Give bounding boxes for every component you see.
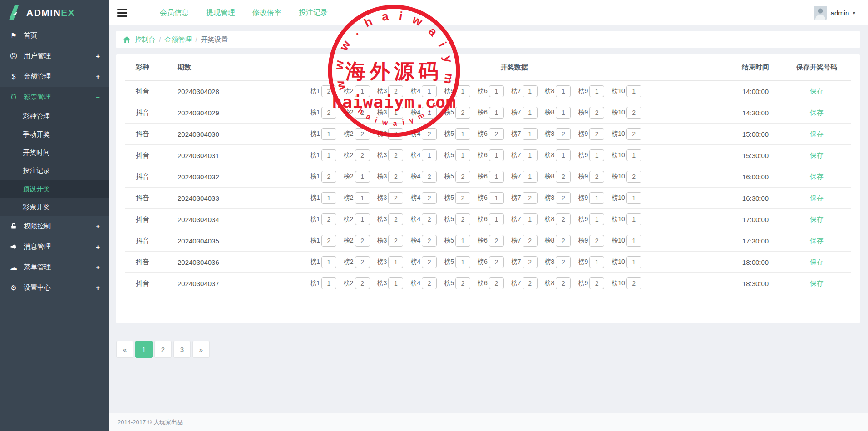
topbar-link[interactable]: 会员信息 [160,8,189,18]
rank-input-2[interactable] [355,256,370,268]
topbar-link[interactable]: 修改倍率 [252,8,281,18]
rank-input-2[interactable] [355,107,370,119]
pagination-next[interactable]: » [192,341,210,358]
rank-input-8[interactable] [556,235,571,247]
rank-input-7[interactable] [523,107,538,119]
rank-input-2[interactable] [355,235,370,247]
rank-input-3[interactable] [388,107,403,119]
rank-input-1[interactable] [321,128,336,140]
rank-input-7[interactable] [523,128,538,140]
rank-input-10[interactable] [626,85,641,97]
rank-input-1[interactable] [321,171,336,183]
sidebar-item-amount[interactable]: $金额管理+ [0,66,109,87]
pagination-page-1[interactable]: 1 [135,341,153,358]
rank-input-4[interactable] [422,107,437,119]
pagination-page-2[interactable]: 2 [154,341,172,358]
rank-input-6[interactable] [489,192,504,204]
save-link[interactable]: 保存 [810,87,824,95]
rank-input-8[interactable] [556,213,571,225]
rank-input-4[interactable] [422,128,437,140]
rank-input-10[interactable] [626,277,641,289]
rank-input-2[interactable] [355,149,370,161]
rank-input-1[interactable] [321,192,336,204]
save-link[interactable]: 保存 [810,258,824,266]
topbar-link[interactable]: 投注记录 [299,8,328,18]
sidebar-item-lottery[interactable]: Ʊ彩票管理− [0,87,109,107]
rank-input-4[interactable] [422,256,437,268]
rank-input-8[interactable] [556,256,571,268]
sidebar-item-messages[interactable]: 消息管理+ [0,237,109,257]
rank-input-3[interactable] [388,213,403,225]
rank-input-5[interactable] [455,277,470,289]
rank-input-4[interactable] [422,277,437,289]
rank-input-1[interactable] [321,235,336,247]
rank-input-10[interactable] [626,171,641,183]
sidebar-subitem[interactable]: 预设开奖 [0,180,109,198]
rank-input-2[interactable] [355,192,370,204]
rank-input-9[interactable] [589,149,604,161]
rank-input-3[interactable] [388,149,403,161]
rank-input-3[interactable] [388,192,403,204]
rank-input-2[interactable] [355,213,370,225]
rank-input-6[interactable] [489,149,504,161]
pagination-page-3[interactable]: 3 [173,341,191,358]
rank-input-10[interactable] [626,107,641,119]
rank-input-5[interactable] [455,235,470,247]
sidebar-subitem[interactable]: 彩种管理 [0,107,109,125]
sidebar-subitem[interactable]: 手动开奖 [0,125,109,144]
rank-input-4[interactable] [422,85,437,97]
rank-input-8[interactable] [556,277,571,289]
rank-input-4[interactable] [422,213,437,225]
rank-input-7[interactable] [523,277,538,289]
sidebar-item-permissions[interactable]: 权限控制+ [0,216,109,237]
rank-input-7[interactable] [523,213,538,225]
rank-input-8[interactable] [556,171,571,183]
rank-input-9[interactable] [589,171,604,183]
breadcrumb-link[interactable]: 控制台 [135,35,155,44]
rank-input-9[interactable] [589,277,604,289]
save-link[interactable]: 保存 [810,130,824,138]
rank-input-3[interactable] [388,256,403,268]
rank-input-5[interactable] [455,192,470,204]
rank-input-6[interactable] [489,128,504,140]
rank-input-9[interactable] [589,235,604,247]
rank-input-5[interactable] [455,85,470,97]
rank-input-5[interactable] [455,107,470,119]
rank-input-10[interactable] [626,235,641,247]
rank-input-10[interactable] [626,128,641,140]
rank-input-4[interactable] [422,149,437,161]
save-link[interactable]: 保存 [810,109,824,116]
topbar-link[interactable]: 提现管理 [206,8,235,18]
rank-input-2[interactable] [355,277,370,289]
pagination-prev[interactable]: « [116,341,133,358]
rank-input-6[interactable] [489,171,504,183]
rank-input-8[interactable] [556,128,571,140]
rank-input-4[interactable] [422,235,437,247]
rank-input-5[interactable] [455,171,470,183]
rank-input-8[interactable] [556,149,571,161]
sidebar-subitem[interactable]: 彩票开奖 [0,198,109,216]
rank-input-9[interactable] [589,213,604,225]
rank-input-3[interactable] [388,128,403,140]
rank-input-3[interactable] [388,85,403,97]
save-link[interactable]: 保存 [810,279,824,287]
rank-input-1[interactable] [321,85,336,97]
rank-input-5[interactable] [455,256,470,268]
rank-input-1[interactable] [321,149,336,161]
rank-input-6[interactable] [489,256,504,268]
rank-input-5[interactable] [455,213,470,225]
rank-input-5[interactable] [455,149,470,161]
rank-input-1[interactable] [321,213,336,225]
rank-input-3[interactable] [388,235,403,247]
rank-input-6[interactable] [489,277,504,289]
sidebar-item-users[interactable]: ☹用户管理+ [0,46,109,66]
rank-input-4[interactable] [422,171,437,183]
save-link[interactable]: 保存 [810,215,824,223]
rank-input-6[interactable] [489,213,504,225]
rank-input-6[interactable] [489,85,504,97]
rank-input-7[interactable] [523,85,538,97]
rank-input-5[interactable] [455,128,470,140]
sidebar-subitem[interactable]: 开奖时间 [0,144,109,162]
rank-input-10[interactable] [626,213,641,225]
rank-input-1[interactable] [321,107,336,119]
